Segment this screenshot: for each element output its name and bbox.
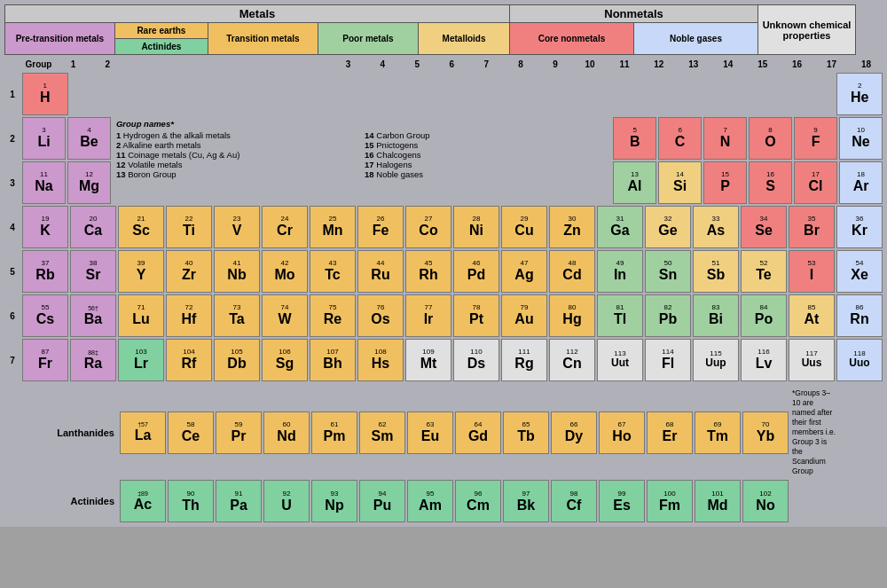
element-Ir: 77Ir [405, 294, 451, 337]
element-Eu: 63Eu [407, 412, 453, 454]
element-Mn: 25Mn [310, 206, 356, 248]
element-Al: 13Al [613, 161, 656, 204]
element-Pb: 82Pb [645, 294, 691, 337]
period-4-label: 4 [4, 223, 20, 232]
element-Au: 79Au [501, 294, 547, 337]
group-label-16: 16 [781, 59, 813, 71]
element-Tl: 81Tl [597, 294, 643, 337]
element-Fe: 26Fe [357, 206, 404, 248]
element-Cu: 29Cu [501, 206, 547, 248]
element-Bi: 83Bi [693, 294, 739, 337]
element-Fl: 114Fl [645, 339, 691, 381]
element-Cn: 112Cn [549, 339, 595, 381]
actinides-row: Actinides ‡89Ac 90Th 91Pa 92U 93Np 94Pu … [4, 480, 883, 522]
element-Uus: 117Uus [789, 339, 835, 381]
element-Fm: 100Fm [647, 480, 693, 522]
element-Br: 35Br [789, 206, 835, 248]
legend-core-nonmetals: Core nonmetals [510, 23, 634, 54]
element-I: 53I [789, 250, 835, 293]
actinides-label: Actinides [22, 496, 118, 506]
element-Hs: 108Hs [357, 339, 404, 381]
element-Y: 39Y [118, 250, 164, 293]
element-Er: 68Er [647, 412, 693, 454]
element-Li: 3Li [22, 117, 66, 160]
gn-16: 16 Chalcogens [365, 150, 608, 160]
group-label-17: 17 [815, 59, 848, 71]
element-Hf: 72Hf [166, 294, 212, 337]
element-W: 74W [262, 294, 308, 337]
nonmetals-categories: Core nonmetals Noble gases [510, 23, 757, 54]
element-Yb: 70Yb [742, 412, 789, 454]
element-He: 2He [836, 73, 883, 115]
group-label-11: 11 [608, 59, 640, 71]
element-Ra: 88‡Ra [70, 339, 116, 381]
legend-transition: Transition metals [208, 23, 318, 54]
element-Po: 84Po [741, 294, 787, 337]
legend-metalloids: Metalloids [419, 23, 509, 54]
group-numbers-row: Group 1 2 3 4 5 6 7 8 9 10 11 12 13 14 1… [22, 59, 883, 71]
element-Cm: 96Cm [455, 480, 501, 522]
gn-17: 17 Halogens [365, 160, 608, 169]
element-Ds: 110Ds [453, 339, 499, 381]
element-Nb: 41Nb [214, 250, 260, 293]
element-Ac: ‡89Ac [120, 480, 166, 522]
period-5-label: 5 [4, 267, 20, 277]
period-1-row: 1 1H 2He [4, 73, 883, 115]
element-Xe: 54Xe [836, 250, 883, 293]
element-Se: 34Se [741, 206, 787, 248]
element-Zr: 40Zr [166, 250, 212, 293]
period-5-row: 5 37Rb 38Sr 39Y 40Zr 41Nb 42Mo 43Tc 44Ru… [4, 250, 883, 293]
element-Pt: 78Pt [453, 294, 499, 337]
element-H: 1H [22, 73, 68, 115]
group-names-grid: 1 Hydrogen & the alkali metals 14 Carbon… [116, 130, 608, 179]
element-Rb: 37Rb [22, 250, 68, 293]
element-Ho: 67Ho [599, 412, 645, 454]
period-6-label: 6 [4, 311, 20, 321]
element-S: 16S [749, 161, 792, 204]
group-label-5: 5 [401, 59, 434, 71]
group-label-9: 9 [539, 59, 572, 71]
element-Ar: 18Ar [839, 161, 883, 204]
element-Ru: 44Ru [357, 250, 404, 293]
element-Lv: 116Lv [741, 339, 787, 381]
element-Cd: 48Cd [549, 250, 595, 293]
element-Hg: 80Hg [549, 294, 595, 337]
legend-pre-transition: Pre-transition metals [5, 23, 115, 54]
element-Ga: 31Ga [597, 206, 643, 248]
element-Am: 95Am [407, 480, 453, 522]
element-O: 8O [749, 117, 792, 160]
element-Rg: 111Rg [501, 339, 547, 381]
element-Uut: 113Uut [597, 339, 643, 381]
lanthanides-row: Lanthanides †57La 58Ce 59Pr 60Nd 61Pm 62… [4, 387, 883, 478]
element-Ca: 20Ca [70, 206, 116, 248]
group-label-10: 10 [574, 59, 607, 71]
element-Mo: 42Mo [262, 250, 308, 293]
element-At: 85At [789, 294, 835, 337]
element-Si: 14Si [658, 161, 702, 204]
groups-note: *Groups 3–10 are named after their first… [790, 387, 838, 478]
gn-2: 2 Alkaline earth metals [116, 140, 359, 150]
element-Sm: 62Sm [359, 412, 405, 454]
element-C: 6C [658, 117, 702, 160]
element-Pu: 94Pu [359, 480, 405, 522]
gn-14: 14 Carbon Group [365, 130, 608, 140]
element-Kr: 36Kr [836, 206, 883, 248]
element-Na: 11Na [22, 161, 66, 204]
element-Pd: 46Pd [453, 250, 499, 293]
group-label-12: 12 [642, 59, 675, 71]
info-box-inline: Group names* 1 Hydrogen & the alkali met… [113, 117, 611, 160]
group-label-18: 18 [850, 59, 883, 71]
element-As: 33As [693, 206, 739, 248]
element-Co: 27Co [405, 206, 451, 248]
group-label-7: 7 [470, 59, 503, 71]
element-Cs: 55Cs [22, 294, 68, 337]
element-Mt: 109Mt [405, 339, 451, 381]
gn-18: 18 Noble gases [365, 169, 608, 179]
main-table-container: Group 1 2 3 4 5 6 7 8 9 10 11 12 13 14 1… [4, 59, 883, 522]
nonmetals-block: Nonmetals Core nonmetals Noble gases [510, 4, 758, 55]
element-La: †57La [120, 412, 166, 454]
legend-rare-earths: Rare earths Actinides [115, 23, 208, 54]
period-7-label: 7 [4, 356, 20, 365]
element-Tm: 69Tm [695, 412, 741, 454]
legend-section: Metals Pre-transition metals Rare earths… [4, 4, 883, 55]
